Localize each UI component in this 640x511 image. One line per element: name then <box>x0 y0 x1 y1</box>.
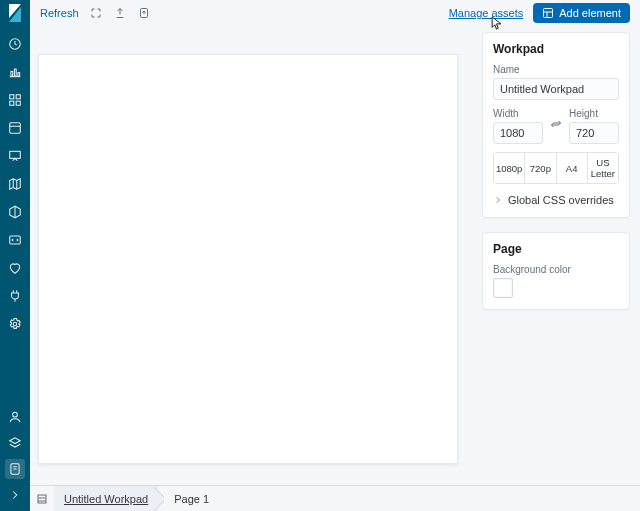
svg-point-11 <box>13 322 17 326</box>
workpad-name-input[interactable] <box>493 78 619 100</box>
size-presets: 1080p 720p A4 US Letter <box>493 152 619 184</box>
css-overrides-toggle[interactable]: Global CSS overrides <box>493 194 619 206</box>
cursor-icon <box>491 16 502 30</box>
canvas-scroll-area[interactable] <box>30 26 472 485</box>
clock-icon[interactable] <box>5 34 25 54</box>
svg-rect-15 <box>544 9 553 18</box>
page-breadcrumb-label: Page 1 <box>174 493 209 505</box>
collapse-icon[interactable] <box>5 485 25 505</box>
svg-rect-4 <box>10 95 14 99</box>
user-icon[interactable] <box>5 407 25 427</box>
plug-icon[interactable] <box>5 286 25 306</box>
page-title: Page <box>493 242 619 256</box>
workpad-settings-card: Workpad Name Width Height <box>482 32 630 218</box>
graph-icon[interactable] <box>5 62 25 82</box>
dashboard-icon[interactable] <box>5 90 25 110</box>
top-toolbar: Refresh Manage assets Add element <box>30 0 640 26</box>
workpad-breadcrumb-label: Untitled Workpad <box>64 493 148 505</box>
workpad-breadcrumb[interactable]: Untitled Workpad <box>54 486 158 511</box>
export-icon[interactable] <box>137 6 151 20</box>
svg-rect-2 <box>14 69 16 76</box>
preset-a4[interactable]: A4 <box>557 153 588 183</box>
add-element-label: Add element <box>559 7 621 19</box>
bg-color-swatch[interactable] <box>493 278 513 298</box>
refresh-button[interactable]: Refresh <box>40 7 79 19</box>
width-label: Width <box>493 108 543 119</box>
svg-rect-5 <box>16 95 20 99</box>
page-breadcrumb[interactable]: Page 1 <box>158 486 219 511</box>
infra-icon[interactable] <box>5 202 25 222</box>
heart-icon[interactable] <box>5 258 25 278</box>
kibana-logo[interactable] <box>6 2 24 24</box>
svg-point-12 <box>13 412 18 417</box>
swap-dims-icon[interactable] <box>549 117 563 131</box>
settings-panel: Workpad Name Width Height <box>472 26 640 485</box>
share-icon[interactable] <box>113 6 127 20</box>
height-label: Height <box>569 108 619 119</box>
add-element-button[interactable]: Add element <box>533 3 630 23</box>
manage-assets-label: Manage assets <box>449 7 524 19</box>
svg-rect-10 <box>10 236 21 244</box>
workpad-title: Workpad <box>493 42 619 56</box>
svg-rect-6 <box>10 101 14 105</box>
bg-color-label: Background color <box>493 264 619 275</box>
canvas-page[interactable] <box>38 54 458 464</box>
left-nav-rail <box>0 0 30 511</box>
svg-rect-8 <box>10 123 21 134</box>
code-icon[interactable] <box>5 230 25 250</box>
svg-rect-9 <box>10 151 21 158</box>
preset-usletter[interactable]: US Letter <box>588 153 618 183</box>
height-input[interactable] <box>569 122 619 144</box>
preset-1080p[interactable]: 1080p <box>494 153 525 183</box>
page-settings-card: Page Background color <box>482 232 630 310</box>
name-label: Name <box>493 64 619 75</box>
svg-rect-3 <box>18 73 20 77</box>
css-overrides-label: Global CSS overrides <box>508 194 614 206</box>
timeline-icon[interactable] <box>5 118 25 138</box>
layers-icon[interactable] <box>5 433 25 453</box>
width-input[interactable] <box>493 122 543 144</box>
map-icon[interactable] <box>5 174 25 194</box>
svg-rect-7 <box>16 101 20 105</box>
svg-rect-16 <box>38 495 46 503</box>
bottom-bar: Untitled Workpad Page 1 <box>30 485 640 511</box>
svg-rect-1 <box>11 71 13 76</box>
manage-assets-link[interactable]: Manage assets <box>449 7 524 19</box>
chevron-right-icon <box>493 195 503 205</box>
gear-icon[interactable] <box>5 314 25 334</box>
fullscreen-icon[interactable] <box>89 6 103 20</box>
page-list-toggle[interactable] <box>30 486 54 511</box>
layout-icon <box>542 7 554 19</box>
docs-icon[interactable] <box>5 459 25 479</box>
presentation-icon[interactable] <box>5 146 25 166</box>
preset-720p[interactable]: 720p <box>525 153 556 183</box>
